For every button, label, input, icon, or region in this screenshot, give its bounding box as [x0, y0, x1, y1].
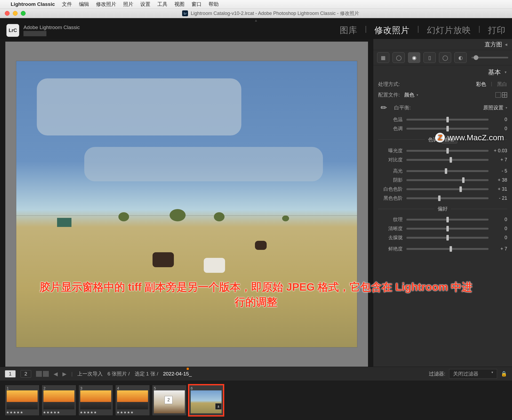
slider-exposure[interactable]: 曝光度 + 0.03: [373, 146, 512, 155]
filter-label: 过滤器:: [429, 370, 445, 377]
radial-tool-icon[interactable]: ◯: [439, 52, 451, 63]
presence-title: 偏好: [438, 205, 448, 212]
view-page-2[interactable]: 2: [21, 370, 31, 378]
module-slideshow[interactable]: 幻灯片放映: [427, 25, 471, 36]
menu-window[interactable]: 窗口: [191, 1, 202, 8]
main-canvas-area: [0, 39, 373, 367]
wb-preset-select[interactable]: 原照设置▾: [483, 104, 507, 111]
grid-toggle-icon[interactable]: [36, 371, 49, 377]
module-library[interactable]: 图库: [340, 25, 357, 36]
window-close-button[interactable]: [5, 11, 10, 16]
watermark: Z www.MacZ.com: [435, 133, 504, 142]
brand-name: Adobe Lightroom Classic: [23, 25, 80, 30]
heal-tool-icon[interactable]: ◯: [393, 52, 405, 63]
window-maximize-button[interactable]: [21, 11, 26, 16]
slider-exposure-value: + 0.03: [492, 148, 507, 154]
slider-shadows-label: 阴影: [378, 177, 403, 183]
slider-highlights-label: 高光: [378, 168, 403, 174]
filmstrip-thumb-5[interactable]: 5 2: [152, 385, 187, 416]
slider-texture-value: 0: [492, 217, 507, 222]
identity-bar: LrC Adobe Lightroom Classic 图库 | 修改照片 | …: [0, 22, 512, 39]
rating-stars[interactable]: ★★★★★: [80, 410, 112, 414]
filmstrip-thumb-4[interactable]: 4 ★★★★★: [115, 385, 150, 416]
window-minimize-button[interactable]: [13, 11, 18, 16]
slider-exposure-label: 曝光度: [378, 147, 403, 154]
photo-count: 6 张照片 /: [107, 370, 130, 377]
top-panel-toggle[interactable]: ▲: [0, 18, 512, 22]
filmstrip-thumb-2[interactable]: 2 ★★★★★: [42, 385, 76, 416]
annotation-overlay: 胶片显示窗格中的 tiff 副本旁是另一个版本，即原始 JPEG 格式，它包含在…: [0, 279, 512, 309]
module-picker: 图库 | 修改照片 | 幻灯片放映 | 打印: [340, 25, 506, 36]
brush-tool-icon[interactable]: ◐: [454, 52, 467, 63]
slider-vibrance-value: + 7: [492, 246, 507, 252]
slider-whites[interactable]: 白色色阶 + 31: [373, 185, 512, 194]
filmstrip[interactable]: 1 ★★★★★2 ★★★★★3 ★★★★★4 ★★★★★5 2 6 ±: [0, 381, 512, 420]
filmstrip-thumb-1[interactable]: 1 ★★★★★: [5, 385, 39, 416]
slider-dehaze-label: 去朦胧: [378, 234, 403, 241]
mac-menubar: Lightroom Classic 文件 编辑 修改照片 照片 设置 工具 视图…: [0, 0, 512, 9]
watermark-logo-icon: Z: [435, 133, 445, 142]
menu-help[interactable]: 帮助: [209, 1, 219, 8]
wb-eyedropper-icon[interactable]: ✎: [376, 100, 391, 115]
profile-grid-four-icon[interactable]: [502, 92, 507, 98]
histogram-header[interactable]: 直方图◀: [373, 39, 512, 50]
slider-contrast-value: + 7: [492, 157, 507, 163]
treatment-color[interactable]: 彩色: [476, 81, 486, 88]
menu-develop[interactable]: 修改照片: [96, 1, 116, 8]
slider-dehaze[interactable]: 去朦胧 0: [373, 233, 512, 242]
module-develop[interactable]: 修改照片: [374, 25, 410, 36]
next-photo-button[interactable]: ▶: [62, 371, 66, 377]
module-print[interactable]: 打印: [488, 25, 506, 36]
slider-clarity-value: 0: [492, 226, 507, 231]
app-icon: Lr: [182, 10, 188, 16]
menubar-app-name[interactable]: Lightroom Classic: [11, 1, 55, 7]
menu-file[interactable]: 文件: [62, 1, 72, 8]
filmstrip-thumb-3[interactable]: 3 ★★★★★: [78, 385, 113, 416]
slider-highlights[interactable]: 高光 - 5: [373, 166, 512, 175]
slider-blacks-label: 黑色色阶: [378, 195, 403, 201]
profile-grid-single-icon[interactable]: [495, 92, 501, 98]
redeye-tool-icon[interactable]: ◉: [408, 52, 420, 63]
slider-texture-label: 纹理: [378, 216, 403, 223]
filmstrip-thumb-6[interactable]: 6 ±: [189, 385, 223, 416]
slider-blacks[interactable]: 黑色色阶 - 21: [373, 194, 512, 203]
menu-photo[interactable]: 照片: [123, 1, 133, 8]
crop-tool-icon[interactable]: ▦: [377, 52, 389, 63]
slider-contrast-label: 对比度: [378, 157, 403, 163]
slider-temp-label: 色温: [378, 116, 403, 123]
slider-whites-value: + 31: [492, 186, 507, 192]
slider-whites-label: 白色色阶: [378, 186, 403, 192]
rating-stars[interactable]: ★★★★★: [6, 410, 38, 414]
menu-edit[interactable]: 编辑: [79, 1, 89, 8]
collection-name[interactable]: 上一次导入: [77, 370, 103, 377]
treatment-label: 处理方式:: [378, 81, 401, 88]
profile-select[interactable]: 颜色▾: [404, 91, 418, 98]
slider-highlights-value: - 5: [492, 168, 507, 174]
slider-tint[interactable]: 色调 0: [373, 124, 512, 133]
gradient-tool-icon[interactable]: ▯: [423, 52, 436, 63]
rating-stars[interactable]: ★★★★★: [43, 410, 75, 414]
slider-temp[interactable]: 色温 0: [373, 115, 512, 124]
develop-badge-icon: ±: [215, 403, 222, 410]
menu-settings[interactable]: 设置: [140, 1, 150, 8]
rating-stars[interactable]: ★★★★★: [117, 410, 149, 414]
filter-select[interactable]: 关闭过滤器▾: [449, 369, 497, 379]
slider-contrast[interactable]: 对比度 + 7: [373, 155, 512, 164]
basic-panel-header[interactable]: 基本▼: [373, 65, 512, 79]
crop-indicator: [187, 368, 189, 370]
filter-lock-icon[interactable]: 🔒: [501, 371, 507, 377]
window-title: Lightroom Catalog-v10-2.lrcat - Adobe Ph…: [191, 10, 359, 17]
slider-texture[interactable]: 纹理 0: [373, 215, 512, 224]
slider-vibrance[interactable]: 鲜艳度 + 7: [373, 244, 512, 253]
slider-shadows[interactable]: 阴影 + 38: [373, 175, 512, 185]
tool-strip: ▦ ◯ ◉ ▯ ◯ ◐: [373, 50, 512, 65]
menu-view[interactable]: 视图: [174, 1, 185, 8]
slider-clarity[interactable]: 清晰度 0: [373, 224, 512, 233]
view-page-1[interactable]: 1: [5, 370, 16, 378]
treatment-bw[interactable]: 黑白: [497, 81, 507, 88]
menu-tools[interactable]: 工具: [157, 1, 167, 8]
slider-tint-value: 0: [492, 126, 507, 131]
slider-temp-value: 0: [492, 117, 507, 122]
prev-photo-button[interactable]: ◀: [54, 371, 58, 377]
mask-amount-slider[interactable]: [471, 57, 508, 58]
